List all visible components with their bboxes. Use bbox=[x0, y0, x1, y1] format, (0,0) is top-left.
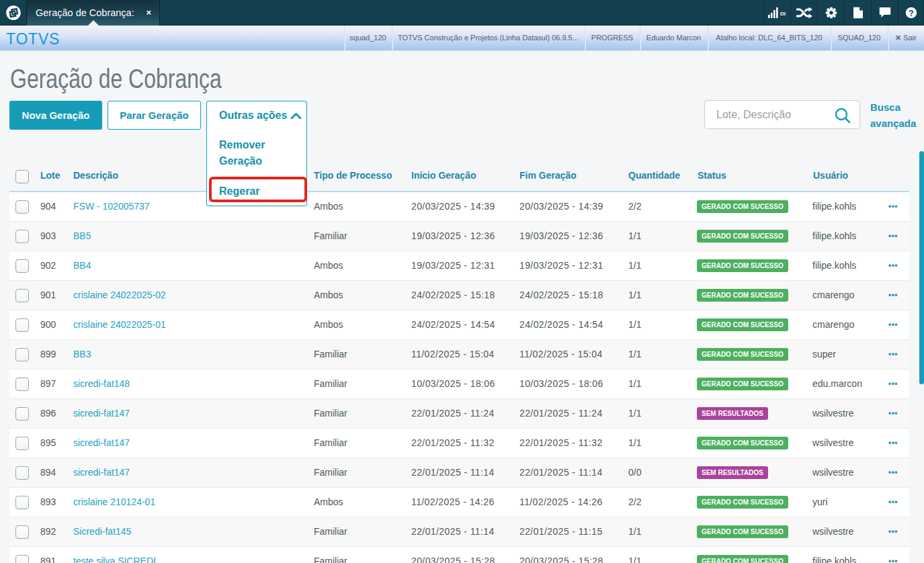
svg-text:?: ? bbox=[909, 9, 913, 18]
svg-text:DI: DI bbox=[780, 11, 786, 17]
